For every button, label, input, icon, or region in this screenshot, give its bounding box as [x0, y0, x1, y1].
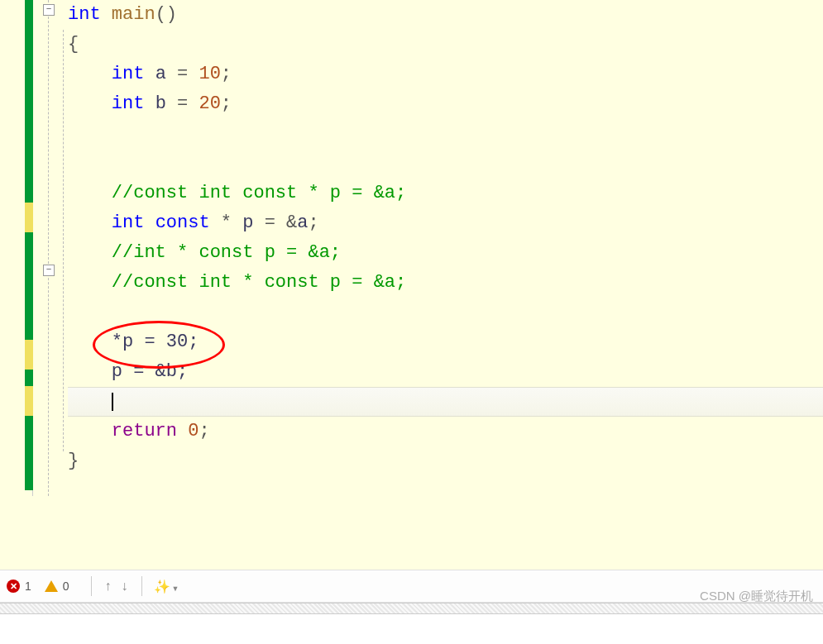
fold-gutter: − − [33, 0, 68, 496]
divider [91, 576, 92, 596]
code-analysis-button[interactable]: ✨▼ [154, 579, 179, 594]
keyword: int [112, 93, 145, 114]
error-toolbar: ✕ 1 0 ↑ ↓ ✨▼ [0, 570, 823, 603]
warning-icon [45, 580, 58, 592]
error-count-button[interactable]: ✕ 1 [7, 580, 31, 593]
brace: { [68, 34, 79, 55]
number: 10 [199, 64, 220, 84]
footer: ✕ 1 0 ↑ ↓ ✨▼ [0, 570, 823, 644]
number: 0 [188, 421, 199, 441]
error-count: 1 [25, 580, 31, 593]
highlighted-expression: *p = 30; [112, 332, 199, 352]
code-text: p = &b; [112, 361, 188, 382]
keyword: int [112, 64, 145, 84]
warning-count-button[interactable]: 0 [45, 580, 69, 593]
prev-error-button[interactable]: ↑ [100, 579, 117, 594]
code-content[interactable]: int main() { int a = 10; int b = 20; //c… [68, 0, 823, 496]
number: 20 [199, 93, 220, 114]
function-name: main [112, 4, 156, 25]
identifier: p [242, 212, 253, 233]
chevron-down-icon: ▼ [172, 584, 179, 593]
keyword: int [68, 4, 101, 25]
fold-toggle-icon[interactable]: − [43, 265, 55, 276]
code-editor[interactable]: − − int main() { int a = 10; int b = 20;… [0, 0, 823, 496]
identifier: a [156, 64, 166, 84]
warning-count: 0 [63, 580, 69, 593]
comment: //const int * const p = &a; [112, 272, 406, 293]
keyword: return [112, 421, 177, 441]
next-error-button[interactable]: ↓ [117, 579, 133, 594]
current-line[interactable] [68, 387, 823, 417]
identifier: b [156, 93, 166, 114]
parentheses: () [156, 4, 177, 25]
panel-splitter[interactable] [0, 603, 823, 614]
divider [141, 576, 142, 596]
keyword: int [112, 212, 145, 233]
change-margin [0, 0, 33, 496]
keyword: const [156, 212, 210, 233]
fold-toggle-icon[interactable]: − [43, 4, 55, 16]
comment: //int * const p = &a; [112, 242, 341, 263]
output-panel[interactable] [0, 614, 823, 644]
text-cursor [112, 393, 113, 411]
error-icon: ✕ [7, 580, 20, 593]
brace: } [68, 451, 79, 471]
comment: //const int const * p = &a; [112, 183, 406, 203]
